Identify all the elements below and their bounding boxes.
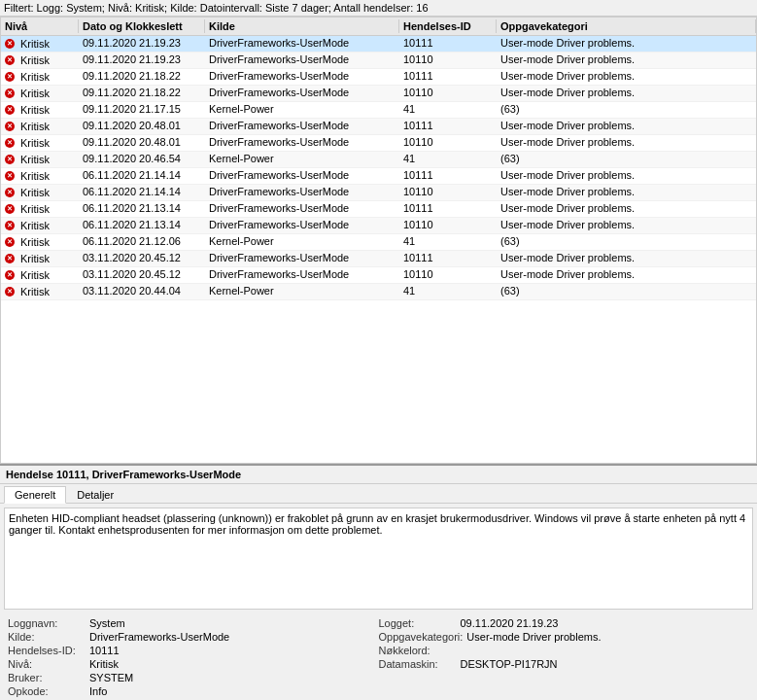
error-icon (5, 287, 15, 297)
error-icon (5, 122, 15, 131)
level-cell: Kritisk (1, 152, 79, 167)
source-cell: DriverFrameworks-UserMode (205, 135, 399, 151)
table-row[interactable]: Kritisk09.11.2020 21.18.22DriverFramewor… (1, 86, 756, 102)
level-text: Kritisk (17, 252, 53, 265)
table-row[interactable]: Kritisk03.11.2020 20.44.04Kernel-Power41… (1, 284, 756, 300)
error-icon (5, 204, 15, 214)
hendelses-id-value: 10111 (89, 645, 120, 656)
error-icon (5, 39, 15, 49)
eventid-cell: 10111 (399, 36, 497, 52)
eventid-cell: 10110 (399, 267, 497, 283)
category-cell: (63) (497, 102, 756, 118)
datetime-cell: 06.11.2020 21.13.14 (79, 201, 205, 217)
description-panel: Enheten HID-compliant headset (plasserin… (4, 508, 753, 610)
opkode-value: Info (89, 685, 107, 697)
level-cell: Kritisk (1, 234, 79, 250)
level-text: Kritisk (17, 136, 53, 150)
table-row[interactable]: Kritisk06.11.2020 21.13.14DriverFramewor… (1, 201, 756, 218)
col-source: Kilde (205, 19, 399, 33)
logget-label: Logget: (379, 617, 457, 629)
eventid-cell: 10110 (399, 218, 497, 233)
table-row[interactable]: Kritisk06.11.2020 21.13.14DriverFramewor… (1, 218, 756, 234)
level-text: Kritisk (17, 87, 53, 100)
level-cell: Kritisk (1, 267, 79, 283)
eventid-cell: 10110 (399, 185, 497, 200)
table-row[interactable]: Kritisk03.11.2020 20.45.12DriverFramewor… (1, 267, 756, 284)
level-text: Kritisk (17, 219, 53, 232)
opkode-label: Opkode: (8, 685, 86, 697)
category-cell: User-mode Driver problems. (497, 52, 756, 68)
tab-details[interactable]: Detaljer (66, 486, 124, 503)
table-row[interactable]: Kritisk09.11.2020 20.48.01DriverFramewor… (1, 119, 756, 135)
source-cell: DriverFrameworks-UserMode (205, 251, 399, 266)
level-cell: Kritisk (1, 218, 79, 233)
category-cell: User-mode Driver problems. (497, 36, 756, 52)
level-text: Kritisk (17, 235, 53, 249)
category-cell: User-mode Driver problems. (497, 185, 756, 200)
tabs-bar: Generelt Detaljer (0, 484, 757, 504)
datetime-cell: 09.11.2020 21.19.23 (79, 36, 205, 52)
level-cell: Kritisk (1, 102, 79, 118)
table-row[interactable]: Kritisk09.11.2020 21.19.23DriverFramewor… (1, 36, 756, 52)
category-cell: (63) (497, 152, 756, 167)
level-text: Kritisk (17, 103, 53, 117)
level-cell: Kritisk (1, 201, 79, 217)
filter-bar: Filtert: Logg: System; Nivå: Kritisk; Ki… (0, 0, 757, 17)
top-panel: Nivå Dato og Klokkeslett Kilde Hendelses… (0, 17, 757, 464)
level-cell: Kritisk (1, 86, 79, 101)
table-row[interactable]: Kritisk09.11.2020 20.46.54Kernel-Power41… (1, 152, 756, 168)
datetime-cell: 06.11.2020 21.14.14 (79, 185, 205, 200)
source-cell: DriverFrameworks-UserMode (205, 36, 399, 52)
source-cell: DriverFrameworks-UserMode (205, 267, 399, 283)
table-row[interactable]: Kritisk09.11.2020 21.18.22DriverFramewor… (1, 69, 756, 86)
category-cell: (63) (497, 234, 756, 250)
category-cell: User-mode Driver problems. (497, 86, 756, 101)
source-cell: DriverFrameworks-UserMode (205, 119, 399, 134)
eventid-cell: 41 (399, 234, 497, 250)
level-cell: Kritisk (1, 36, 79, 52)
datetime-cell: 06.11.2020 21.13.14 (79, 218, 205, 233)
level-text: Kritisk (17, 285, 53, 298)
table-row[interactable]: Kritisk09.11.2020 21.19.23DriverFramewor… (1, 52, 756, 69)
eventid-cell: 10111 (399, 168, 497, 184)
level-text: Kritisk (17, 202, 53, 216)
loggnavn-value: System (89, 617, 125, 629)
datetime-cell: 06.11.2020 21.14.14 (79, 168, 205, 184)
error-icon (5, 221, 15, 230)
error-icon (5, 155, 15, 164)
level-cell: Kritisk (1, 69, 79, 85)
datetime-cell: 09.11.2020 20.48.01 (79, 119, 205, 134)
col-level: Nivå (1, 19, 79, 33)
level-text: Kritisk (17, 268, 53, 282)
level-text: Kritisk (17, 169, 53, 183)
datetime-cell: 09.11.2020 21.19.23 (79, 52, 205, 68)
col-datetime: Dato og Klokkeslett (79, 19, 205, 33)
source-cell: Kernel-Power (205, 152, 399, 167)
source-cell: DriverFrameworks-UserMode (205, 185, 399, 200)
table-row[interactable]: Kritisk03.11.2020 20.45.12DriverFramewor… (1, 251, 756, 267)
tab-general[interactable]: Generelt (4, 486, 66, 504)
table-row[interactable]: Kritisk06.11.2020 21.12.06Kernel-Power41… (1, 234, 756, 251)
level-cell: Kritisk (1, 284, 79, 299)
table-row[interactable]: Kritisk09.11.2020 20.48.01DriverFramewor… (1, 135, 756, 152)
table-row[interactable]: Kritisk06.11.2020 21.14.14DriverFramewor… (1, 168, 756, 185)
eventid-cell: 10110 (399, 135, 497, 151)
datetime-cell: 03.11.2020 20.45.12 (79, 251, 205, 266)
loggnavn-label: Loggnavn: (8, 617, 86, 629)
category-cell: User-mode Driver problems. (497, 135, 756, 151)
niva-label: Nivå: (8, 658, 86, 670)
datetime-cell: 09.11.2020 21.18.22 (79, 86, 205, 101)
logget-value: 09.11.2020 21.19.23 (461, 617, 559, 629)
filter-text: Filtert: Logg: System; Nivå: Kritisk; Ki… (4, 2, 429, 14)
eventid-cell: 10111 (399, 251, 497, 266)
datetime-cell: 09.11.2020 21.18.22 (79, 69, 205, 85)
error-icon (5, 138, 15, 148)
level-text: Kritisk (17, 120, 53, 133)
event-details-section: Loggnavn: System Kilde: DriverFrameworks… (0, 613, 757, 700)
bruker-label: Bruker: (8, 672, 86, 683)
level-cell: Kritisk (1, 52, 79, 68)
table-row[interactable]: Kritisk09.11.2020 21.17.15Kernel-Power41… (1, 102, 756, 119)
datetime-cell: 09.11.2020 20.46.54 (79, 152, 205, 167)
category-cell: (63) (497, 284, 756, 299)
table-row[interactable]: Kritisk06.11.2020 21.14.14DriverFramewor… (1, 185, 756, 201)
